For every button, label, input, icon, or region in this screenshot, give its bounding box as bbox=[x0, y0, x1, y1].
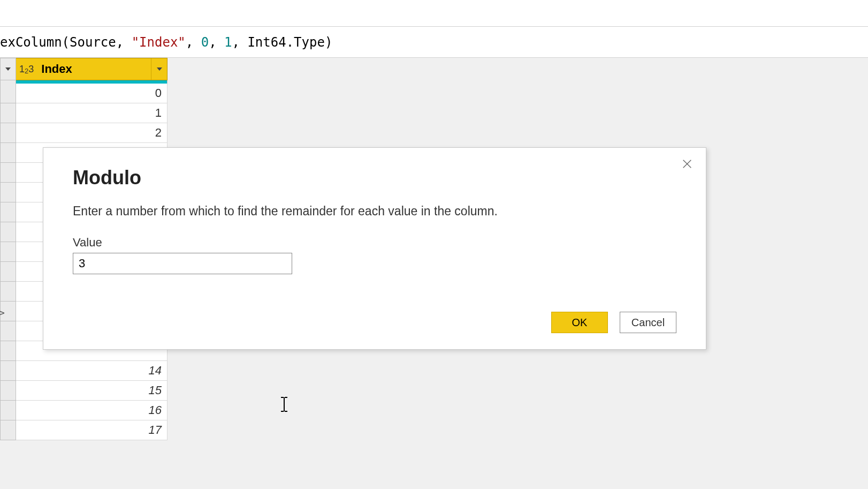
data-cell[interactable]: 1 bbox=[16, 103, 167, 123]
column-header-index[interactable]: 123 Index bbox=[16, 58, 167, 80]
modulo-dialog: Modulo Enter a number from which to find… bbox=[43, 147, 706, 350]
formula-bar[interactable]: exColumn(Source, "Index", 0, 1, Int64.Ty… bbox=[0, 27, 868, 58]
select-all-dropdown[interactable] bbox=[0, 58, 16, 80]
table-row[interactable]: 2 bbox=[0, 123, 868, 143]
number-type-icon[interactable]: 123 bbox=[16, 58, 37, 80]
dialog-description: Enter a number from which to find the re… bbox=[73, 204, 676, 219]
row-gutter bbox=[0, 341, 16, 361]
row-gutter bbox=[0, 361, 16, 381]
chevron-down-icon bbox=[5, 67, 11, 71]
row-gutter bbox=[0, 123, 16, 143]
window-chrome bbox=[0, 0, 868, 27]
row-gutter bbox=[0, 222, 16, 242]
row-gutter bbox=[0, 262, 16, 282]
expand-marker: > bbox=[0, 307, 5, 318]
row-gutter bbox=[0, 242, 16, 262]
table-row[interactable]: 14 bbox=[0, 361, 868, 381]
data-cell[interactable]: 14 bbox=[16, 361, 167, 381]
close-icon bbox=[681, 158, 693, 170]
data-cell[interactable]: 17 bbox=[16, 420, 167, 440]
table-row[interactable]: 16 bbox=[0, 401, 868, 420]
column-filter-dropdown[interactable] bbox=[151, 58, 167, 80]
table-row[interactable]: 17 bbox=[0, 420, 868, 440]
table-row[interactable]: 1 bbox=[0, 103, 868, 123]
data-cell[interactable]: 2 bbox=[16, 123, 167, 143]
data-cell[interactable]: 15 bbox=[16, 381, 167, 401]
row-gutter bbox=[0, 84, 16, 103]
row-gutter bbox=[0, 143, 16, 163]
row-gutter bbox=[0, 282, 16, 302]
row-gutter bbox=[0, 183, 16, 202]
cancel-button[interactable]: Cancel bbox=[620, 312, 676, 333]
dialog-title: Modulo bbox=[73, 167, 676, 189]
ok-button[interactable]: OK bbox=[551, 312, 608, 333]
value-input[interactable] bbox=[73, 253, 292, 274]
column-name-label: Index bbox=[37, 62, 151, 76]
row-gutter bbox=[0, 401, 16, 420]
chevron-down-icon bbox=[157, 67, 162, 71]
row-gutter bbox=[0, 420, 16, 440]
value-label: Value bbox=[73, 236, 676, 250]
table-row[interactable]: 15 bbox=[0, 381, 868, 401]
row-gutter bbox=[0, 103, 16, 123]
table-row[interactable]: 0 bbox=[0, 84, 868, 103]
row-gutter bbox=[0, 163, 16, 183]
close-button[interactable] bbox=[679, 156, 695, 172]
row-gutter bbox=[0, 202, 16, 222]
data-cell[interactable]: 0 bbox=[16, 84, 167, 103]
data-cell[interactable]: 16 bbox=[16, 401, 167, 420]
formula-text: exColumn(Source, "Index", 0, 1, Int64.Ty… bbox=[0, 35, 332, 50]
row-gutter bbox=[0, 321, 16, 341]
row-gutter bbox=[0, 381, 16, 401]
